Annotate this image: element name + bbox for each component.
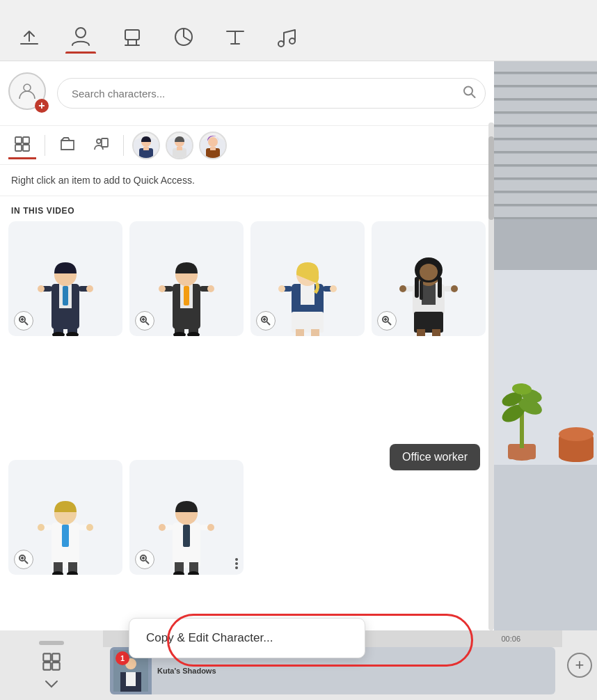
svg-point-0 [76, 28, 86, 38]
room-lower [494, 270, 597, 465]
add-badge: + [35, 99, 49, 113]
svg-point-4 [289, 38, 295, 44]
svg-point-3 [278, 41, 284, 47]
plant-decoration [500, 372, 545, 465]
timeline-grid-icon[interactable] [39, 649, 64, 674]
svg-line-87 [388, 322, 392, 326]
character-card-4[interactable] [372, 221, 486, 336]
charts-toolbar-icon[interactable] [168, 15, 199, 54]
svg-point-35 [38, 285, 45, 292]
timeline-drag-handle[interactable] [39, 641, 64, 645]
add-character-avatar[interactable]: + [8, 72, 50, 114]
search-area: + [0, 61, 494, 126]
search-button[interactable] [462, 85, 477, 102]
character-card-2[interactable] [129, 221, 244, 336]
svg-rect-27 [63, 286, 68, 305]
svg-rect-20 [177, 147, 182, 150]
right-panel [494, 61, 597, 700]
svg-rect-12 [102, 138, 108, 147]
svg-point-85 [451, 285, 458, 292]
characters-toolbar-icon[interactable] [65, 15, 96, 54]
svg-point-78 [420, 264, 438, 280]
search-wrapper [57, 78, 486, 109]
svg-rect-81 [438, 277, 442, 298]
svg-point-130 [559, 427, 594, 441]
person-folder-tab[interactable] [87, 132, 115, 159]
svg-rect-60 [296, 329, 304, 336]
timeline-add-section: + [562, 630, 597, 700]
zoom-button-2[interactable] [135, 311, 154, 331]
svg-rect-61 [311, 329, 319, 336]
office-worker-tooltip: Office worker [390, 444, 480, 470]
svg-rect-106 [183, 525, 190, 547]
svg-rect-24 [210, 147, 216, 150]
svg-point-66 [330, 285, 337, 292]
avatar-thumb-1[interactable] [132, 132, 160, 159]
svg-rect-80 [420, 280, 423, 300]
nav-divider-1 [45, 135, 45, 156]
props-toolbar-icon[interactable] [117, 15, 148, 54]
section-label: IN THIS VIDEO [0, 196, 494, 221]
zoom-button-5[interactable] [14, 550, 33, 569]
grid-view-tab[interactable] [8, 132, 36, 159]
timeline-strip-label: Kuta's Shadows [152, 664, 222, 678]
svg-point-65 [278, 285, 285, 292]
svg-rect-16 [143, 147, 149, 150]
character-card-6[interactable] [129, 460, 244, 575]
character-card-1[interactable] [8, 221, 122, 336]
svg-line-54 [146, 322, 150, 326]
svg-point-5 [24, 84, 31, 91]
upload-toolbar-icon[interactable] [14, 15, 45, 54]
svg-point-11 [97, 139, 101, 143]
svg-rect-138 [126, 672, 136, 686]
svg-rect-133 [43, 662, 51, 670]
svg-line-117 [146, 561, 150, 564]
search-input[interactable] [57, 78, 486, 109]
svg-rect-91 [62, 525, 69, 547]
svg-rect-132 [52, 653, 60, 661]
svg-point-114 [159, 524, 166, 531]
zoom-button-4[interactable] [377, 311, 397, 331]
svg-rect-1 [125, 30, 139, 40]
svg-rect-7 [15, 137, 22, 143]
music-toolbar-icon[interactable] [271, 15, 302, 54]
left-panel: + [0, 61, 494, 700]
svg-point-51 [159, 285, 166, 292]
time-marker: 00:06 [501, 635, 520, 643]
add-scene-button[interactable]: + [567, 653, 592, 678]
zoom-button-3[interactable] [256, 311, 276, 331]
svg-point-115 [207, 524, 214, 531]
svg-point-52 [207, 285, 214, 292]
svg-rect-10 [23, 145, 29, 151]
more-options-button[interactable] [235, 558, 238, 569]
folder-tab[interactable] [54, 132, 81, 159]
svg-rect-75 [432, 329, 440, 336]
svg-rect-134 [52, 662, 60, 670]
character-card-3[interactable] [250, 221, 365, 336]
avatar-thumb-3[interactable] [199, 132, 227, 159]
svg-line-68 [267, 322, 271, 326]
svg-line-38 [25, 322, 29, 326]
nav-divider-2 [123, 135, 124, 156]
svg-rect-79 [415, 277, 419, 298]
character-card-5[interactable] [8, 460, 122, 575]
chevron-down-icon [45, 678, 58, 690]
zoom-button-6[interactable] [135, 550, 154, 569]
svg-point-100 [86, 524, 93, 531]
svg-point-84 [399, 285, 406, 292]
text-toolbar-icon[interactable] [220, 15, 250, 54]
scrollbar-track[interactable] [488, 122, 494, 630]
svg-rect-131 [43, 653, 51, 661]
svg-rect-9 [15, 145, 22, 151]
window-blinds [494, 61, 597, 270]
copy-edit-character-item[interactable]: Copy & Edit Character... [129, 619, 365, 658]
scrollbar-thumb[interactable] [488, 136, 494, 220]
svg-line-102 [25, 561, 29, 564]
zoom-button-1[interactable] [14, 311, 33, 331]
svg-point-36 [86, 285, 93, 292]
svg-rect-8 [23, 137, 29, 143]
context-menu: Copy & Edit Character... [129, 618, 365, 658]
timeline-left-controls [0, 630, 103, 700]
avatar-thumb-2[interactable] [166, 132, 193, 159]
svg-rect-58 [301, 284, 315, 305]
